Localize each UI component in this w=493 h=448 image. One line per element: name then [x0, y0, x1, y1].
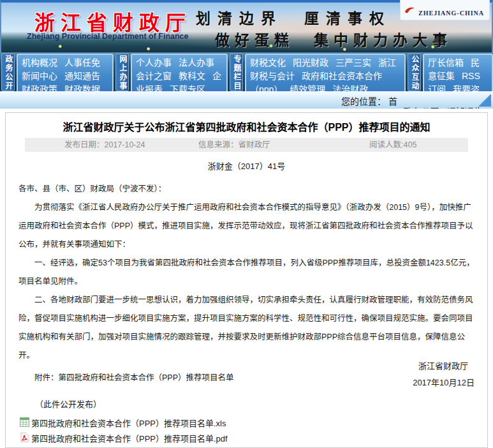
nav-link[interactable]: 下载专区: [170, 84, 205, 91]
nav-link[interactable]: 三严三实: [335, 57, 371, 68]
nav-panel-online-services: 个人办事法人办事会计之窗教科文企业报表下载专区: [131, 54, 228, 91]
article-meta-bar: 发布日期：2017-10-24 信息来源：省财政厅 阅读人数:405: [25, 138, 468, 152]
nav-panel-special-columns: 财税文化阳光财政三严三实浙江财税与会计政府和社会资本合作（ppp）绩效管理法治财…: [245, 54, 406, 91]
nav-link[interactable]: 会计之窗: [136, 71, 172, 81]
nav-link[interactable]: 法人办事: [179, 57, 214, 68]
breadcrumb-prefix: 您的位置：: [341, 96, 386, 107]
breadcrumb-trail[interactable]: › 政务公开 › 通知通告: [398, 105, 483, 109]
public-release-note: （此件公开发布）: [35, 398, 101, 410]
nav-link[interactable]: 绩效管理: [290, 84, 325, 91]
article-container: 浙江省财政厅关于公布浙江省第四批政府和社会资本合作（PPP）推荐项目的通知 发布…: [5, 112, 488, 448]
pdf-file-icon: [20, 433, 29, 444]
nav-tab-special-columns[interactable]: 专题栏目: [230, 54, 243, 91]
main-nav: 政务公开 机构概况人事任免新闻中心通知通告财政政策财政数据 网上办事 个人办事法…: [0, 52, 493, 91]
nav-link[interactable]: 财税文化: [250, 57, 286, 68]
nav-link[interactable]: 阳光财政: [293, 57, 328, 68]
zhejiang-china-badge: ZHEJIANG-CHINA: [400, 0, 490, 20]
nav-tab-government-affairs[interactable]: 政务公开: [1, 54, 15, 91]
site-subtitle: Zhejiang Provincial Department of Financ…: [27, 32, 189, 41]
read-count: 阅读人数:405: [369, 138, 416, 152]
excel-file-icon: [20, 417, 29, 429]
issuing-authority: 浙江省财政厅: [418, 359, 468, 371]
paragraph-1: 为贯彻落实《浙江省人民政府办公厅关于推广运用政府和社会资本合作模式的指导意见》（…: [18, 198, 475, 254]
nav-link[interactable]: 法治财政: [332, 84, 368, 91]
nav-link[interactable]: 机构概况: [22, 57, 57, 68]
paragraph-3: 二、各地财政部门要进一步统一思想认识，着力加强组织领导，切实承担牵头责任，认真履…: [18, 291, 475, 365]
breadcrumb-home-link[interactable]: 首: [388, 96, 397, 107]
page-title: 浙江省财政厅关于公布浙江省第四批政府和社会资本合作（PPP）推荐项目的通知: [22, 121, 471, 134]
nav-link[interactable]: 新闻中心: [22, 71, 57, 81]
nav-tab-public-interaction[interactable]: 公众互动: [408, 54, 421, 91]
nav-link[interactable]: 教科文: [179, 71, 205, 81]
folded-corner-icon: [478, 94, 491, 107]
salutation: 各市、县（市、区）财政局（宁波不发）：: [18, 180, 475, 198]
banner-slogan-line1: 划清边界 厘清事权: [196, 6, 391, 28]
breadcrumb-bar: 您的位置： 首 › 政务公开 › 通知通告: [0, 91, 493, 109]
attachment-reference-line: 附件：第四批政府和社会资本合作（PPP）推荐项目名单: [18, 369, 475, 387]
issue-date: 2017年10月12日: [413, 376, 475, 388]
nav-link[interactable]: 个人办事: [136, 57, 172, 68]
attachment-label: 第四批政府和社会资本合作（PPP）推荐项目名单.xls: [31, 417, 226, 429]
attachment-label: 第四批政府和社会资本合作（PPP）推荐项目名单.pdf: [31, 432, 228, 444]
nav-panel-government-affairs: 机构概况人事任免新闻中心通知通告财政政策财政数据: [17, 54, 114, 91]
swoosh-logo-icon: [404, 5, 416, 17]
attachment-link-xls[interactable]: 第四批政府和社会资本合作（PPP）推荐项目名单.xls: [20, 417, 226, 429]
nav-panel-public-interaction: 厅长信箱民意征集RSS订阅我要咨询: [423, 54, 493, 91]
nav-link[interactable]: 厅长信箱: [428, 57, 464, 68]
document-number: 浙财金（2017）41号: [6, 160, 487, 174]
nav-link[interactable]: 财政政策: [22, 84, 57, 91]
site-banner: 浙江省财政厅 Zhejiang Provincial Department of…: [0, 0, 493, 52]
banner-slogan-line2: 做好蛋糕 集中财力办大事: [215, 28, 452, 50]
nav-link[interactable]: 人事任免: [64, 57, 100, 68]
info-source: 信息来源：省财政厅: [198, 138, 270, 152]
nav-link[interactable]: 财政数据: [64, 84, 100, 91]
attachment-link-pdf[interactable]: 第四批政府和社会资本合作（PPP）推荐项目名单.pdf: [20, 432, 228, 444]
breadcrumb: 您的位置： 首: [341, 94, 397, 107]
nav-tab-online-services[interactable]: 网上办事: [115, 54, 129, 91]
badge-label: ZHEJIANG-CHINA: [418, 10, 484, 17]
publish-date: 发布日期：2017-10-24: [64, 138, 145, 152]
paragraph-2: 一、经评选，确定53个项目为我省第四批政府和社会资本合作推荐项目，列入省级PPP…: [18, 254, 475, 291]
nav-link[interactable]: 通知通告: [64, 71, 100, 81]
